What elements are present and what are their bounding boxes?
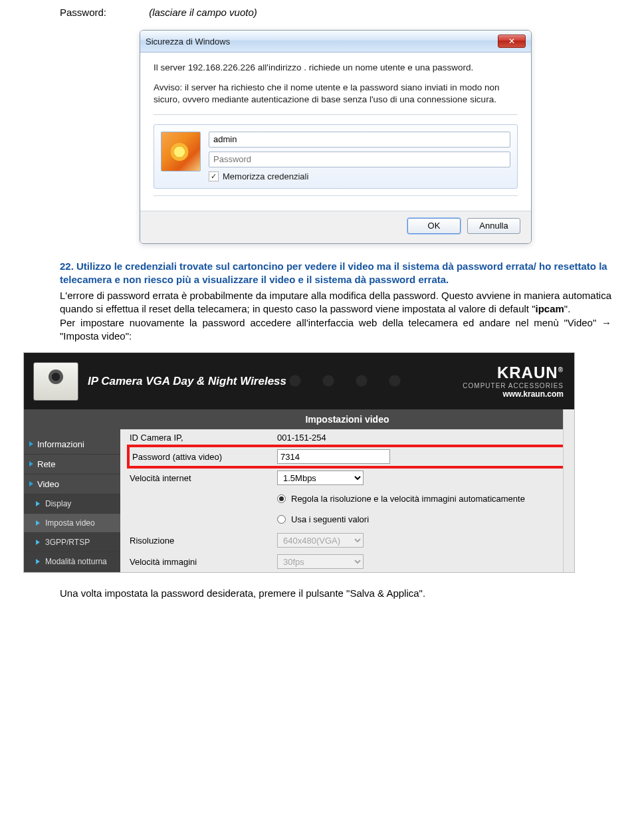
resolution-label: Risoluzione (130, 536, 274, 546)
chevron-right-icon (29, 481, 33, 486)
radio-auto-label: Regola la risoluzione e la velocità imma… (291, 494, 525, 504)
chevron-right-icon (36, 520, 40, 526)
resolution-select[interactable]: 640x480(VGA) (277, 533, 364, 548)
faq-question-text: Utilizzo le credenziali trovate sul cart… (60, 261, 607, 285)
faq-question: 22. Utilizzo le credenziali trovate sul … (60, 260, 611, 287)
sidebar-item-modalit-notturna[interactable]: Modalità notturna (24, 552, 120, 572)
ipcam-main: Impostazioni video ID Camera IP, 001-151… (120, 409, 574, 572)
speed-select[interactable]: 1.5Mbps (277, 471, 364, 485)
password-line: Password: (lasciare il campo vuoto) (60, 7, 611, 18)
windows-security-dialog: Sicurezza di Windows ✕ Il server 192.168… (140, 30, 532, 244)
row-id-camera: ID Camera IP, 001-151-254 (120, 429, 574, 446)
divider (154, 114, 518, 115)
chevron-right-icon (36, 501, 40, 506)
divider (154, 195, 518, 196)
id-camera-label: ID Camera IP, (130, 433, 274, 443)
radio-auto[interactable]: Regola la risoluzione e la velocità imma… (277, 492, 525, 506)
chevron-right-icon (36, 540, 40, 545)
credentials-box: ✓ Memorizza credenziali (154, 124, 518, 189)
password-label: Password: (60, 7, 146, 18)
row-internet-speed: Velocità internet 1.5Mbps (120, 467, 574, 488)
highlighted-password-row: Password (attiva video) (127, 445, 568, 469)
id-camera-value: 001-151-254 (277, 433, 565, 443)
dialog-body: Il server 192.168.226.226 all'indirizzo … (140, 52, 531, 211)
user-avatar-icon (161, 132, 201, 171)
ipcam-web-ui: IP Camera VGA Day & Night Wireless KRAUN… (23, 352, 575, 573)
scrollbar[interactable] (563, 409, 574, 572)
sidebar-item-label: 3GPP/RTSP (45, 538, 90, 547)
ok-button[interactable]: OK (407, 218, 461, 234)
fps-label: Velocità immagini (130, 557, 274, 567)
ipcam-header: IP Camera VGA Day & Night Wireless KRAUN… (24, 353, 574, 409)
password-input[interactable] (209, 152, 510, 167)
password-note: (lasciare il campo vuoto) (149, 7, 257, 18)
sidebar-item-video[interactable]: Video (24, 474, 120, 494)
video-password-label: Password (attiva video) (132, 452, 274, 462)
dialog-titlebar: Sicurezza di Windows ✕ (140, 31, 531, 52)
dialog-title: Sicurezza di Windows (146, 37, 498, 47)
faq-answer-1: L'errore di password errata è probabilme… (60, 289, 611, 316)
faq-item: 22. Utilizzo le credenziali trovate sul … (60, 260, 611, 344)
row-resolution: Risoluzione 640x480(VGA) (120, 530, 574, 551)
section-title: Impostazioni video (120, 409, 574, 429)
chevron-right-icon (36, 559, 40, 564)
faq-answer-2: Per impostare nuovamente la password acc… (60, 316, 611, 344)
remember-credentials-checkbox[interactable]: ✓ Memorizza credenziali (209, 171, 510, 181)
sidebar-item-label: Rete (37, 459, 55, 469)
sidebar-item-label: Modalità notturna (45, 557, 107, 566)
fps-select[interactable]: 30fps (277, 554, 364, 569)
decorative-circles (268, 353, 441, 409)
sidebar-item-rete[interactable]: Rete (24, 455, 120, 474)
remember-label: Memorizza credenziali (223, 171, 308, 181)
row-fps: Velocità immagini 30fps (120, 551, 574, 572)
sidebar-item-display[interactable]: Display (24, 494, 120, 514)
sidebar-item-label: Informazioni (37, 439, 84, 449)
sidebar-item-label: Imposta video (45, 518, 95, 528)
brand-url: www.kraun.com (463, 389, 564, 399)
dialog-message-2: Avviso: il server ha richiesto che il no… (154, 82, 518, 106)
video-password-input[interactable] (277, 449, 390, 464)
faq-number: 22. (60, 261, 74, 272)
sidebar-item-label: Video (37, 479, 59, 489)
credential-fields: ✓ Memorizza credenziali (209, 132, 510, 181)
row-manual-option: Usa i seguenti valori (120, 509, 574, 530)
cancel-button[interactable]: Annulla (467, 218, 520, 234)
radio-manual[interactable]: Usa i seguenti valori (277, 512, 369, 526)
radio-icon (277, 515, 286, 524)
brand-logo: KRAUN® (463, 364, 564, 382)
sidebar-item-label: Display (45, 499, 71, 508)
dialog-message-1: Il server 192.168.226.226 all'indirizzo … (154, 62, 518, 74)
dialog-buttons: OK Annulla (140, 211, 531, 243)
radio-manual-label: Usa i seguenti valori (291, 514, 369, 524)
close-icon[interactable]: ✕ (498, 35, 526, 48)
checkbox-icon: ✓ (209, 171, 219, 181)
footer-instruction: Una volta impostata la password desidera… (60, 587, 611, 599)
ipcam-body: InformazioniReteVideoDisplayImposta vide… (24, 409, 574, 572)
sidebar-item-imposta-video[interactable]: Imposta video (24, 514, 120, 533)
speed-label: Velocità internet (130, 473, 274, 483)
row-password: Password (attiva video) (132, 449, 562, 464)
username-input[interactable] (209, 132, 510, 148)
camera-thumbnail-icon (33, 362, 78, 401)
brand-tagline: COMPUTER ACCESSORIES (463, 382, 564, 389)
chevron-right-icon (29, 441, 33, 447)
sidebar-item-3gpp-rtsp[interactable]: 3GPP/RTSP (24, 533, 120, 552)
sidebar-item-informazioni[interactable]: Informazioni (24, 435, 120, 455)
brand-block: KRAUN® COMPUTER ACCESSORIES www.kraun.co… (463, 364, 574, 399)
row-auto-option: Regola la risoluzione e la velocità imma… (120, 488, 574, 509)
ipcam-sidebar: InformazioniReteVideoDisplayImposta vide… (24, 409, 120, 572)
chevron-right-icon (29, 461, 33, 467)
radio-icon (277, 494, 286, 503)
